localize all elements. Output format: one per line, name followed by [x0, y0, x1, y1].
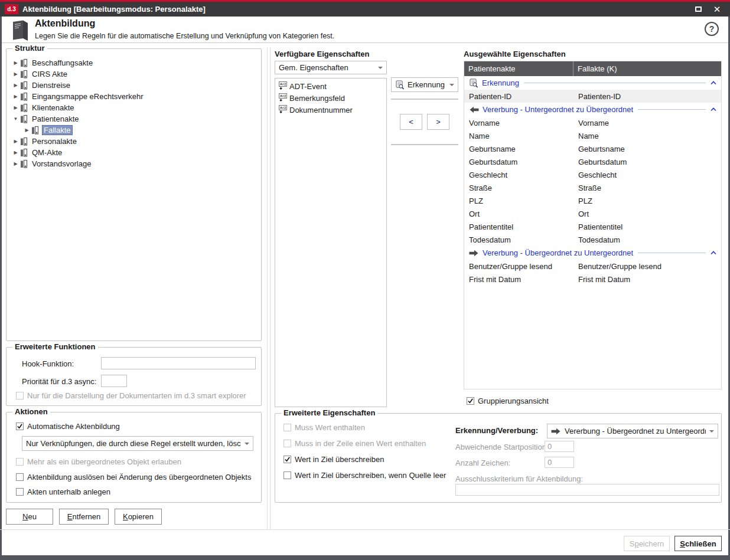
- speichern-button[interactable]: Speichern: [624, 536, 670, 551]
- help-icon[interactable]: ?: [705, 22, 719, 36]
- tree-item-vorstandsvorlage[interactable]: ▶Vorstandsvorlage: [10, 158, 259, 169]
- kopieren-button[interactable]: Kopieren: [115, 509, 162, 525]
- available-property-label: ADT-Event: [289, 82, 327, 91]
- tree-expander-expanded-icon[interactable]: ▼: [12, 116, 19, 122]
- neu-button[interactable]: Neu: [6, 509, 53, 525]
- checkbox-label: Gruppierungsansicht: [478, 397, 549, 406]
- available-property-adt-event[interactable]: ADT-Event: [276, 80, 385, 92]
- tree-expander-collapsed-icon[interactable]: ▶: [12, 94, 19, 99]
- aktenbildung-ausloesen-checkbox[interactable]: Aktenbildung auslösen bei Änderung des ü…: [16, 473, 251, 482]
- property-group-vererbung-bergeordnet-zu-untergeordnet[interactable]: Vererbung - Übergeordnet zu Untergeordne…: [464, 246, 721, 260]
- available-property-bemerkungsfeld[interactable]: Bemerkungsfeld: [276, 92, 385, 104]
- property-group-vererbung-untergeordnet-zu-bergeordnet[interactable]: Vererbung - Untergeordnet zu Übergeordne…: [464, 103, 721, 116]
- tree-item-cirs-akte[interactable]: ▶CIRS Akte: [10, 68, 259, 80]
- anzahl-zeichen-input[interactable]: [545, 457, 574, 468]
- erkennung-mode-dropdown[interactable]: Erkennung: [391, 77, 458, 92]
- schliessen-button[interactable]: Schließen: [674, 536, 722, 551]
- akten-unterhalb-checkbox[interactable]: Akten unterhalb anlegen: [16, 487, 110, 497]
- muss-zeile-checkbox[interactable]: Muss in der Zeile einen Wert enthalten: [283, 439, 426, 448]
- chevron-up-icon[interactable]: [711, 251, 716, 255]
- verknuepfungen-loeschen-dropdown[interactable]: Nur Verknüpfungen, die durch diese Regel…: [22, 436, 253, 451]
- ausschlusskriterium-input[interactable]: [455, 484, 719, 496]
- automatische-aktenbildung-checkbox[interactable]: Automatische Aktenbildung: [16, 422, 120, 431]
- cell-source: Frist mit Datum: [464, 275, 573, 284]
- tree-item-klientenakte[interactable]: ▶Klientenakte: [10, 102, 259, 113]
- d3-logo: d.3: [5, 4, 18, 14]
- checkbox-unchecked-icon[interactable]: [16, 458, 24, 466]
- move-right-button[interactable]: >: [427, 114, 449, 130]
- property-row-todesdatum[interactable]: TodesdatumTodesdatum: [464, 233, 721, 246]
- checkbox-unchecked-icon[interactable]: [16, 473, 24, 481]
- property-row-benutzer-gruppe-lesend[interactable]: Benutzer/Gruppe lesendBenutzer/Gruppe le…: [464, 260, 721, 273]
- tree-item-label: Personalakte: [31, 137, 78, 146]
- property-row-ort[interactable]: OrtOrt: [464, 207, 721, 220]
- tree-item-fallakte[interactable]: ▶Fallakte: [10, 125, 259, 136]
- property-row-plz[interactable]: PLZPLZ: [464, 194, 721, 207]
- tree-expander-collapsed-icon[interactable]: ▶: [12, 105, 19, 110]
- property-row-geschlecht[interactable]: GeschlechtGeschlecht: [464, 168, 721, 181]
- tree-item-patientenakte[interactable]: ▼Patientenakte: [10, 113, 259, 125]
- prioritaet-input[interactable]: [101, 375, 127, 387]
- chevron-up-icon[interactable]: [711, 107, 716, 112]
- property-group-erkennung[interactable]: Erkennung: [464, 76, 721, 90]
- checkbox-checked-icon[interactable]: [467, 397, 474, 405]
- available-property-label: Dokumentnummer: [289, 106, 353, 114]
- close-button[interactable]: ✕: [709, 2, 725, 17]
- maximize-button[interactable]: [690, 2, 706, 17]
- entfernen-button[interactable]: Entfernen: [59, 509, 109, 525]
- tree-expander-collapsed-icon[interactable]: ▶: [24, 127, 30, 133]
- tree-expander-collapsed-icon[interactable]: ▶: [12, 139, 19, 144]
- tree-expander-collapsed-icon[interactable]: ▶: [12, 60, 19, 66]
- hook-funktion-input[interactable]: [101, 357, 256, 369]
- ausgewaehlte-tabelle: Patientenakte Fallakte (K) ErkennungPati…: [464, 61, 722, 389]
- tree-expander-collapsed-icon[interactable]: ▶: [12, 71, 19, 77]
- tree-item-beschaffungsakte[interactable]: ▶Beschaffungsakte: [10, 57, 259, 68]
- cell-target: Geschlecht: [573, 171, 721, 179]
- tree-item-eingangsmappe-erechtsverkehr[interactable]: ▶Eingangsmappe eRechtsverkehr: [10, 91, 259, 102]
- erkennung-vererbung-dropdown[interactable]: Vererbung - Übergeordnet zu Untergeordne…: [547, 424, 718, 438]
- tree-item-personalakte[interactable]: ▶Personalakte: [10, 136, 259, 147]
- column-header-patientenakte[interactable]: Patientenakte: [464, 61, 573, 76]
- wert-ueberschreiben-checkbox[interactable]: Wert in Ziel überschreiben: [283, 455, 384, 464]
- checkbox-checked-icon[interactable]: [283, 456, 291, 463]
- column-header-fallakte[interactable]: Fallakte (K): [573, 64, 721, 73]
- checkbox-checked-icon[interactable]: [16, 423, 24, 430]
- tree-expander-collapsed-icon[interactable]: ▶: [12, 150, 19, 155]
- property-row-stra-e[interactable]: StraßeStraße: [464, 181, 721, 194]
- checkbox-unchecked-icon[interactable]: [16, 488, 24, 496]
- tree-item-dienstreise[interactable]: ▶Dienstreise: [10, 80, 259, 91]
- checkbox-unchecked-icon[interactable]: [283, 440, 291, 447]
- wert-quelle-leer-checkbox[interactable]: Wert in Ziel überschreiben, wenn Quelle …: [283, 471, 446, 480]
- checkbox-unchecked-icon[interactable]: [283, 424, 291, 431]
- aktionen-panel: Aktionen Automatische Aktenbildung Nur V…: [6, 412, 262, 503]
- checkbox-unchecked-icon[interactable]: [283, 471, 291, 479]
- property-row-patienten-id[interactable]: Patienten-IDPatienten-ID: [464, 90, 721, 103]
- tree-item-label: Dienstreise: [31, 81, 71, 90]
- checkbox-label: Automatische Aktenbildung: [27, 422, 120, 431]
- muss-wert-checkbox[interactable]: Muss Wert enthalten: [283, 423, 365, 433]
- available-property-dokumentnummer[interactable]: Dokumentnummer: [276, 104, 385, 116]
- property-row-name[interactable]: NameName: [464, 129, 721, 142]
- erweiterte-funktionen-legend: Erweiterte Funktionen: [12, 342, 98, 351]
- tree-expander-collapsed-icon[interactable]: ▶: [12, 161, 19, 166]
- property-row-geburtsdatum[interactable]: GeburtsdatumGeburtsdatum: [464, 155, 721, 168]
- property-row-patiententitel[interactable]: PatiententitelPatiententitel: [464, 220, 721, 233]
- move-left-button[interactable]: <: [400, 114, 422, 130]
- tree-expander-collapsed-icon[interactable]: ▶: [12, 83, 19, 88]
- checkbox-label: Muss in der Zeile einen Wert enthalten: [295, 439, 426, 448]
- gruppierungsansicht-checkbox[interactable]: Gruppierungsansicht: [467, 397, 549, 406]
- eigenschaften-filter-dropdown[interactable]: Gem. Eigenschaften: [275, 61, 387, 74]
- property-row-geburtsname[interactable]: GeburtsnameGeburtsname: [464, 142, 721, 155]
- mehr-objekt-checkbox[interactable]: Mehr als ein übergeordnetes Objekt erlau…: [16, 457, 181, 467]
- panel-splitter[interactable]: [267, 47, 271, 529]
- ausgewaehlte-legend: Ausgewählte Eigenschaften: [464, 50, 566, 58]
- erweiterte-funktionen-panel: Erweiterte Funktionen Hook-Funktion: Pri…: [6, 347, 262, 406]
- startposition-input[interactable]: [545, 441, 574, 452]
- cell-target: Geburtsname: [573, 145, 721, 153]
- chevron-up-icon[interactable]: [711, 81, 716, 85]
- property-row-frist-mit-datum[interactable]: Frist mit DatumFrist mit Datum: [464, 273, 721, 286]
- checkbox-unchecked-icon[interactable]: [16, 392, 24, 399]
- property-row-vorname[interactable]: VornameVorname: [464, 116, 721, 129]
- tree-item-qm-akte[interactable]: ▶QM-Akte: [10, 147, 259, 158]
- smart-explorer-checkbox[interactable]: Nur für die Darstellung der Dokumentarte…: [16, 391, 246, 401]
